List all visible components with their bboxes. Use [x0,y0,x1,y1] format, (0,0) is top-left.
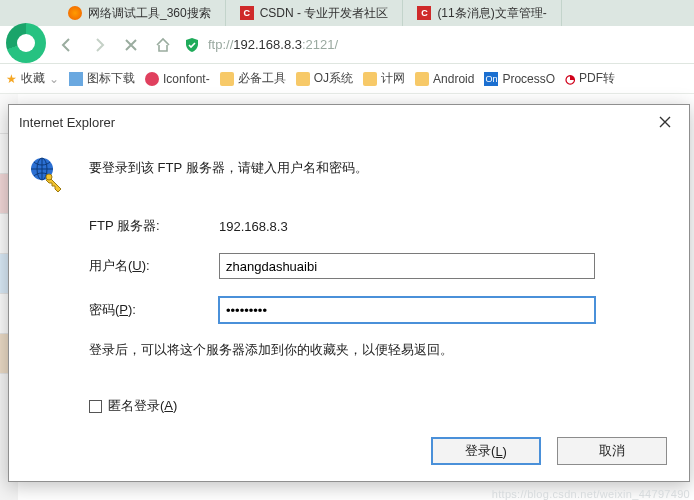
bookmark-bar: ★收藏 ⌄ 图标下载 Iconfont- 必备工具 OJ系统 计网 Androi… [0,64,694,94]
cancel-button[interactable]: 取消 [557,437,667,465]
folder-icon [220,72,234,86]
password-input[interactable] [219,297,595,323]
password-label: 密码(P): [89,301,219,319]
username-input[interactable] [219,253,595,279]
folder-icon [415,72,429,86]
dialog-title: Internet Explorer [19,115,115,130]
tab-1[interactable]: C CSDN - 专业开发者社区 [226,0,404,26]
favicon-360 [68,6,82,20]
dialog-note: 登录后，可以将这个服务器添加到你的收藏夹，以便轻易返回。 [89,341,661,359]
anonymous-label: 匿名登录(A) [108,397,177,415]
browser-logo-icon [6,23,46,63]
favorites-button[interactable]: ★收藏 ⌄ [6,70,59,87]
tab-strip: 网络调试工具_360搜索 C CSDN - 专业开发者社区 C (11条消息)文… [0,0,694,26]
star-icon: ★ [6,72,17,86]
url-text: ftp://192.168.8.3:2121/ [208,37,338,52]
tab-title: 网络调试工具_360搜索 [88,5,211,22]
bookmark-item[interactable]: OnProcessO [484,72,555,86]
url-box[interactable]: ftp://192.168.8.3:2121/ [184,37,686,53]
processon-icon: On [484,72,498,86]
bookmark-item[interactable]: Android [415,72,474,86]
back-button[interactable] [58,36,76,54]
bookmark-item[interactable]: 图标下载 [69,70,135,87]
bookmark-item[interactable]: ◔PDF转 [565,70,615,87]
server-value: 192.168.8.3 [219,219,288,234]
tab-0[interactable]: 网络调试工具_360搜索 [54,0,226,26]
dialog-message: 要登录到该 FTP 服务器，请键入用户名和密码。 [89,159,368,177]
shield-icon [184,37,200,53]
tab-title: (11条消息)文章管理- [437,5,546,22]
close-button[interactable] [651,110,679,134]
close-icon [659,116,671,128]
bookmark-item[interactable]: OJ系统 [296,70,353,87]
bookmark-item[interactable]: Iconfont- [145,72,210,86]
bookmark-item[interactable]: 计网 [363,70,405,87]
forward-button[interactable] [90,36,108,54]
stop-button[interactable] [122,36,140,54]
server-label: FTP 服务器: [89,217,219,235]
ftp-login-dialog: Internet Explorer 要登录到该 FTP 服务器，请键入用户名和密… [8,104,690,482]
favicon-csdn: C [240,6,254,20]
address-bar: ftp://192.168.8.3:2121/ [0,26,694,64]
bookmark-item[interactable]: 必备工具 [220,70,286,87]
favicon-csdn: C [417,6,431,20]
iconfont-icon [145,72,159,86]
tab-title: CSDN - 专业开发者社区 [260,5,389,22]
login-button[interactable]: 登录(L) [431,437,541,465]
image-icon [69,72,83,86]
tab-2[interactable]: C (11条消息)文章管理- [403,0,561,26]
key-globe-icon [27,155,67,195]
anonymous-checkbox[interactable] [89,400,102,413]
watermark: https://blog.csdn.net/weixin_44797490 [492,488,690,500]
folder-icon [363,72,377,86]
username-label: 用户名(U): [89,257,219,275]
svg-point-2 [46,174,52,180]
folder-icon [296,72,310,86]
pdf-icon: ◔ [565,72,575,86]
home-button[interactable] [154,36,172,54]
